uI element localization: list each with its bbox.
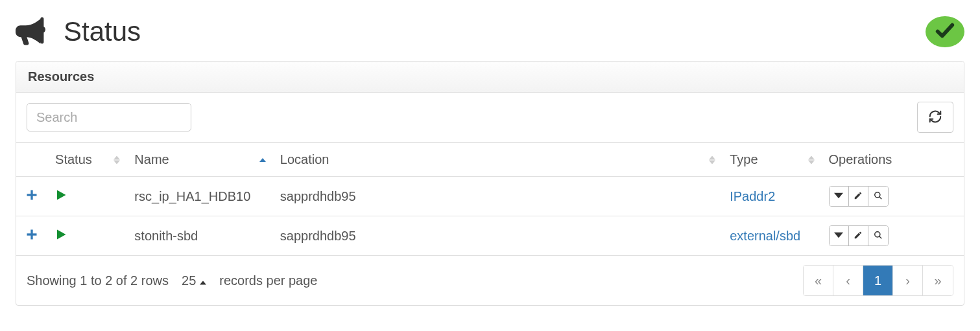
table-row: rsc_ip_HA1_HDB10 sapprdhdb95 IPaddr2 bbox=[16, 177, 964, 216]
svg-line-12 bbox=[879, 196, 881, 199]
location-header[interactable]: Location bbox=[272, 143, 722, 177]
pagination: « ‹ 1 › » bbox=[803, 265, 953, 296]
resources-table: Status Name Location bbox=[16, 143, 964, 256]
bullhorn-icon bbox=[16, 16, 45, 48]
footer-left: Showing 1 to 2 of 2 rows 25 records per … bbox=[27, 273, 317, 288]
type-header[interactable]: Type bbox=[722, 143, 820, 177]
status-header-label: Status bbox=[55, 152, 92, 166]
play-icon bbox=[55, 229, 67, 243]
resources-panel: Resources Status bbox=[16, 61, 964, 306]
name-header[interactable]: Name bbox=[126, 143, 272, 177]
sort-icon bbox=[114, 155, 120, 165]
svg-marker-3 bbox=[709, 155, 715, 159]
expand-toggle[interactable] bbox=[16, 216, 47, 256]
name-header-label: Name bbox=[134, 152, 169, 166]
svg-marker-10 bbox=[834, 192, 843, 198]
page-first-button[interactable]: « bbox=[804, 266, 833, 295]
search-input[interactable] bbox=[27, 103, 191, 131]
svg-marker-6 bbox=[808, 160, 815, 164]
pencil-icon bbox=[854, 191, 863, 202]
row-operations bbox=[829, 225, 889, 246]
svg-marker-5 bbox=[808, 155, 815, 159]
check-icon bbox=[934, 19, 956, 44]
page-number-button[interactable]: 1 bbox=[863, 266, 893, 295]
row-view-button[interactable] bbox=[868, 226, 888, 245]
sort-asc-icon bbox=[259, 157, 266, 162]
caret-down-icon bbox=[834, 191, 843, 202]
svg-marker-4 bbox=[709, 160, 715, 164]
svg-rect-8 bbox=[27, 194, 37, 196]
resource-status bbox=[47, 177, 126, 216]
play-icon bbox=[55, 189, 67, 203]
magnifier-icon bbox=[874, 191, 883, 202]
type-header-label: Type bbox=[730, 152, 758, 166]
resource-location: sapprdhdb95 bbox=[272, 216, 722, 256]
operations-header: Operations bbox=[821, 143, 964, 177]
row-edit-button[interactable] bbox=[849, 226, 868, 245]
plus-icon bbox=[25, 229, 38, 244]
svg-rect-14 bbox=[27, 233, 37, 235]
svg-point-11 bbox=[874, 192, 879, 197]
svg-marker-19 bbox=[200, 280, 206, 284]
pencil-icon bbox=[854, 231, 863, 242]
svg-marker-16 bbox=[834, 232, 843, 237]
refresh-icon bbox=[928, 109, 942, 126]
status-header[interactable]: Status bbox=[47, 143, 126, 177]
svg-marker-2 bbox=[259, 158, 266, 162]
row-menu-button[interactable] bbox=[830, 226, 849, 245]
table-row: stonith-sbd sapprdhdb95 external/sbd bbox=[16, 216, 964, 256]
page-header: Status bbox=[16, 0, 964, 61]
rows-summary: Showing 1 to 2 of 2 rows bbox=[27, 273, 169, 288]
plus-icon bbox=[25, 190, 38, 204]
svg-marker-15 bbox=[57, 229, 66, 239]
svg-line-18 bbox=[879, 236, 881, 238]
magnifier-icon bbox=[874, 231, 883, 242]
svg-point-17 bbox=[874, 231, 879, 236]
panel-heading: Resources bbox=[16, 62, 964, 93]
svg-marker-9 bbox=[57, 190, 66, 200]
expand-toggle[interactable] bbox=[16, 177, 47, 216]
operations-header-label: Operations bbox=[829, 152, 892, 166]
svg-marker-0 bbox=[114, 155, 120, 159]
resource-location: sapprdhdb95 bbox=[272, 177, 722, 216]
page-size-select[interactable]: 25 bbox=[182, 273, 206, 288]
health-ok-indicator bbox=[926, 16, 964, 47]
resource-type-link[interactable]: external/sbd bbox=[730, 229, 800, 243]
sort-icon bbox=[808, 155, 815, 165]
resource-name: stonith-sbd bbox=[126, 216, 272, 256]
records-label: records per page bbox=[219, 273, 317, 288]
row-operations bbox=[829, 186, 889, 207]
row-edit-button[interactable] bbox=[849, 187, 868, 206]
page-next-button[interactable]: › bbox=[893, 266, 923, 295]
sort-icon bbox=[709, 155, 715, 165]
caret-up-icon bbox=[200, 273, 206, 288]
panel-tools bbox=[16, 93, 964, 143]
resource-status bbox=[47, 216, 126, 256]
page-title: Status bbox=[64, 16, 141, 47]
row-view-button[interactable] bbox=[868, 187, 888, 206]
refresh-button[interactable] bbox=[917, 102, 953, 133]
svg-marker-1 bbox=[114, 160, 120, 164]
table-footer: Showing 1 to 2 of 2 rows 25 records per … bbox=[16, 256, 964, 305]
caret-down-icon bbox=[834, 231, 843, 242]
table-header-row: Status Name Location bbox=[16, 143, 964, 177]
resource-type-link[interactable]: IPaddr2 bbox=[730, 189, 775, 203]
page-last-button[interactable]: » bbox=[923, 266, 953, 295]
resource-name: rsc_ip_HA1_HDB10 bbox=[126, 177, 272, 216]
expand-header bbox=[16, 143, 47, 177]
location-header-label: Location bbox=[280, 152, 329, 166]
page-size-value: 25 bbox=[182, 273, 196, 288]
row-menu-button[interactable] bbox=[830, 187, 849, 206]
page-prev-button[interactable]: ‹ bbox=[833, 266, 863, 295]
page-title-wrap: Status bbox=[16, 16, 141, 48]
